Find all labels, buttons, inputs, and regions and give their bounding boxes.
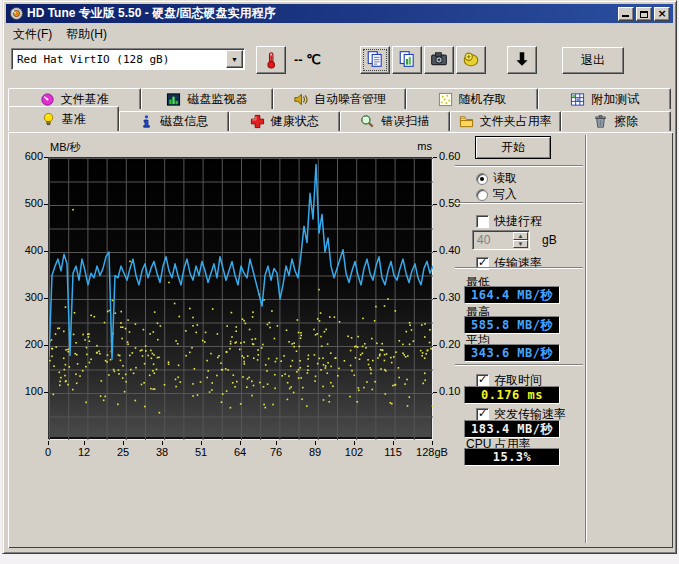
tab-disk-info[interactable]: 磁盘信息 <box>119 111 230 131</box>
axis-tick-mark <box>44 204 48 205</box>
axis-tick-mark <box>433 392 437 393</box>
radio-indicator <box>476 173 488 185</box>
tab-label: 错误扫描 <box>381 113 429 130</box>
axis-tick-label: 76 <box>254 446 298 458</box>
copy-text-button[interactable] <box>360 46 390 74</box>
axis-tick-label: 200 <box>8 338 43 350</box>
disk-monitor-icon <box>166 92 181 107</box>
erase-icon <box>593 114 608 129</box>
tab-random-access[interactable]: 随机存取 <box>406 88 539 109</box>
close-icon: × <box>655 8 669 20</box>
copy-image-icon <box>398 50 416 71</box>
axis-tick-mark <box>84 441 85 445</box>
save-results-button[interactable] <box>507 46 537 74</box>
transfer-rate-checkbox[interactable]: 传输速率 <box>476 255 542 272</box>
axis-tick-mark <box>315 441 316 445</box>
folder-usage-icon <box>459 114 474 129</box>
menu-bar: 文件(F)帮助(H) <box>6 25 673 44</box>
axis-tick-label: 12 <box>62 446 106 458</box>
axis-tick-mark <box>44 298 48 299</box>
temperature-button[interactable] <box>256 46 286 74</box>
noise-management-icon <box>293 92 308 107</box>
axis-tick-label: 0.60 <box>439 150 479 162</box>
disk-info-icon <box>139 114 154 129</box>
spin-up-icon[interactable]: ▲ <box>513 232 528 240</box>
tab-health-status[interactable]: 健康状态 <box>229 111 340 131</box>
tab-extra-tests[interactable]: 附加测试 <box>538 88 671 109</box>
tab-label: 随机存取 <box>459 91 507 108</box>
screenshot-button[interactable] <box>424 46 454 74</box>
axis-tick-mark <box>48 441 49 445</box>
axis-tick-mark <box>123 441 124 445</box>
menu-item-file[interactable]: 文件(F) <box>6 24 59 45</box>
axis-tick-label: 25 <box>101 446 145 458</box>
temperature-unit: ℃ <box>306 52 321 67</box>
tab-erase[interactable]: 擦除 <box>561 111 672 131</box>
benchmark-icon <box>41 112 56 127</box>
axis-tick-label: 38 <box>140 446 184 458</box>
axis-tick-label: 100 <box>8 385 43 397</box>
benchmark-chart: MB/秒 ms 1002003004005006000.100.200.300.… <box>8 132 458 472</box>
short-stroke-size-input[interactable]: 40 ▲ ▼ <box>472 230 530 250</box>
title-bar[interactable]: HD Tune 专业版 5.50 - 硬盘/固态硬盘实用程序 × <box>6 4 673 23</box>
axis-tick-label: 300 <box>8 291 43 303</box>
axis-tick-mark <box>433 251 437 252</box>
axis-tick-mark <box>240 441 241 445</box>
tab-label: 擦除 <box>614 113 638 130</box>
drive-select[interactable]: Red Hat VirtIO (128 gB) ▼ <box>11 48 245 70</box>
menu-item-help[interactable]: 帮助(H) <box>59 24 114 45</box>
donate-icon <box>462 50 480 71</box>
app-window: HD Tune 专业版 5.50 - 硬盘/固态硬盘实用程序 × 文件(F)帮助… <box>2 0 677 554</box>
write-radio-label: 写入 <box>493 186 517 203</box>
app-icon <box>9 6 24 21</box>
axis-tick-label: 500 <box>8 197 43 209</box>
axis-tick-mark <box>432 441 433 445</box>
maximize-button[interactable] <box>636 7 652 21</box>
spin-down-icon[interactable]: ▼ <box>513 240 528 248</box>
tab-benchmark[interactable]: 基准 <box>8 106 119 131</box>
axis-tick-label: 600 <box>8 150 43 162</box>
write-radio[interactable]: 写入 <box>476 186 517 203</box>
health-status-icon <box>250 114 265 129</box>
tab-disk-monitor[interactable]: 磁盘监视器 <box>141 88 274 109</box>
radio-indicator <box>476 189 488 201</box>
close-button[interactable]: × <box>654 7 670 21</box>
minimize-button[interactable] <box>618 7 634 21</box>
axis-tick-mark <box>162 441 163 445</box>
temperature-readout: -- ℃ <box>294 52 321 67</box>
axis-tick-mark <box>433 157 437 158</box>
tab-error-scan[interactable]: 错误扫描 <box>340 111 451 131</box>
tab-row-bottom: 基准磁盘信息健康状态错误扫描文件夹占用率擦除 <box>8 109 671 131</box>
axis-tick-label: 51 <box>179 446 223 458</box>
donate-button[interactable] <box>456 46 486 74</box>
temperature-value: -- <box>294 52 303 67</box>
copy-icon <box>366 50 384 71</box>
start-button[interactable]: 开始 <box>475 136 551 159</box>
axis-tick-label: 115 <box>371 446 415 458</box>
drive-select-value: Red Hat VirtIO (128 gB) <box>12 53 226 66</box>
axis-tick-mark <box>44 157 48 158</box>
axis-tick-mark <box>433 204 437 205</box>
thermometer-icon <box>262 51 280 69</box>
axis-tick-label: 102 <box>332 446 376 458</box>
down-arrow-icon <box>513 50 531 71</box>
error-scan-icon <box>360 114 375 129</box>
file-benchmark-icon <box>40 92 55 107</box>
exit-button[interactable]: 退出 <box>562 47 624 74</box>
copy-image-button[interactable] <box>392 46 422 74</box>
tab-folder-usage[interactable]: 文件夹占用率 <box>450 111 561 131</box>
read-radio[interactable]: 读取 <box>476 170 517 187</box>
short-stroke-checkbox[interactable]: 快捷行程 <box>476 213 542 230</box>
separator <box>585 135 587 543</box>
benchmark-plot-svg <box>49 158 433 440</box>
axis-tick-mark <box>393 441 394 445</box>
tab-label: 自动噪音管理 <box>314 91 386 108</box>
separator <box>455 202 583 204</box>
tab-noise-management[interactable]: 自动噪音管理 <box>273 88 406 109</box>
axis-tick-mark <box>276 441 277 445</box>
axis-tick-mark <box>201 441 202 445</box>
tab-label: 磁盘监视器 <box>187 91 247 108</box>
min-speed-display: 164.4 MB/秒 <box>464 286 560 304</box>
chevron-down-icon[interactable]: ▼ <box>226 50 243 68</box>
transfer-rate-label: 传输速率 <box>494 255 542 272</box>
